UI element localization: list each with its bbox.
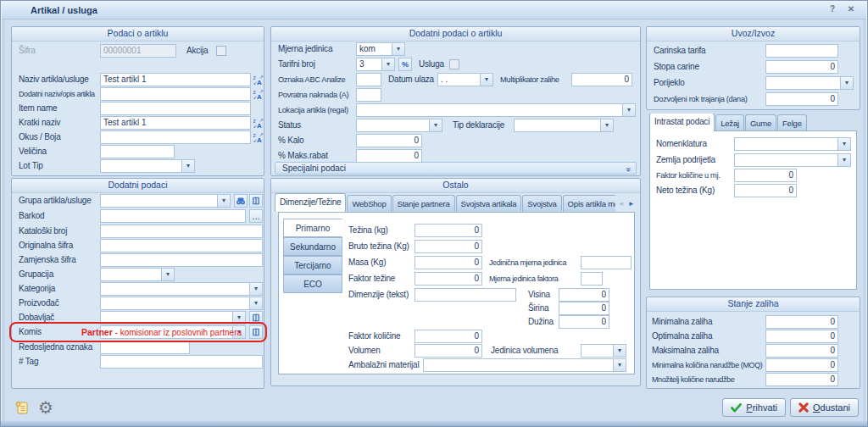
- tab-svojstva[interactable]: Svojstva: [522, 195, 561, 212]
- povratna-naknada-field[interactable]: [356, 88, 381, 102]
- subtab-primarno[interactable]: Primarno: [283, 219, 342, 237]
- kratki-naziv-field[interactable]: Test artikl 1: [100, 116, 251, 130]
- akcija-checkbox[interactable]: [216, 46, 226, 56]
- chevron-down-icon[interactable]: ▾: [600, 119, 613, 131]
- moq-field[interactable]: 0: [765, 358, 838, 372]
- jedinicna-mjerna-field[interactable]: [581, 256, 632, 269]
- chevron-down-icon[interactable]: ▾: [840, 77, 853, 89]
- optimalna-zaliha-field[interactable]: 0: [765, 330, 838, 343]
- translate-icon[interactable]: z↗A↙: [252, 116, 265, 130]
- tip-deklaracije-combo[interactable]: ▾: [514, 119, 614, 132]
- maks-rabat-field[interactable]: 0: [356, 149, 422, 163]
- ambalazni-combo[interactable]: ▾: [423, 358, 626, 372]
- accept-button[interactable]: Prihvati: [722, 398, 786, 417]
- naziv-field[interactable]: Test artikl 1: [100, 73, 251, 86]
- tab-scroll-left-icon[interactable]: ◂: [619, 199, 623, 208]
- specijalni-podaci-bar[interactable]: Specijalni podaci »: [275, 162, 637, 175]
- jedinica-volumena-combo[interactable]: ▾: [581, 344, 626, 358]
- originalna-sifra-field[interactable]: [100, 239, 263, 252]
- usluga-checkbox[interactable]: [449, 59, 459, 69]
- datum-ulaza-field[interactable]: . . ▾: [437, 73, 493, 86]
- sirina-field[interactable]: 0: [559, 302, 609, 315]
- chevron-down-icon[interactable]: ▾: [837, 154, 850, 166]
- item-name-field[interactable]: [100, 102, 251, 115]
- script-button[interactable]: [11, 396, 33, 419]
- tab-felge[interactable]: Felge: [777, 114, 807, 131]
- percent-button[interactable]: %: [398, 58, 412, 71]
- kataloski-broj-field[interactable]: [100, 225, 263, 238]
- velicina-field[interactable]: [100, 145, 175, 158]
- masa-field[interactable]: 0: [415, 256, 482, 269]
- help-icon[interactable]: ?: [826, 3, 838, 15]
- tab-opis-artikla-memo[interactable]: Opis artikla memo: [563, 195, 615, 212]
- lookup-binoculars-button[interactable]: [234, 194, 248, 208]
- chevron-down-icon[interactable]: ▾: [161, 269, 174, 280]
- mnozitelj-field[interactable]: 0: [765, 373, 838, 386]
- duzina-field[interactable]: 0: [559, 315, 609, 329]
- komis-combo[interactable]: Partner - komisionar iz poslovnih partne…: [100, 325, 246, 339]
- porijeklo-combo[interactable]: ▾: [765, 76, 854, 90]
- chevron-down-icon[interactable]: ▾: [429, 119, 442, 131]
- chevron-down-icon[interactable]: ▾: [392, 43, 404, 55]
- chevron-down-icon[interactable]: ▾: [480, 74, 492, 86]
- cancel-button[interactable]: Odustani: [790, 398, 859, 417]
- tab-intrastat-podaci[interactable]: Intrastat podaci: [649, 114, 715, 131]
- stopa-carine-field[interactable]: 0: [765, 60, 838, 74]
- chevron-down-icon[interactable]: ▾: [613, 345, 626, 357]
- chevron-down-icon[interactable]: ▾: [837, 138, 850, 150]
- tab-svojstva-artikala[interactable]: Svojstva artikala: [456, 195, 522, 212]
- tezina-field[interactable]: 0: [415, 224, 482, 237]
- tab-webshop[interactable]: WebShop: [347, 195, 391, 212]
- open-book-button[interactable]: [249, 194, 263, 208]
- proizvodac-combo[interactable]: ▾: [100, 297, 263, 310]
- multiplikator-field[interactable]: 0: [571, 73, 632, 86]
- faktor-kolicine-field[interactable]: 0: [415, 330, 482, 343]
- dimenzije-field[interactable]: [415, 288, 516, 302]
- maksimalna-zaliha-field[interactable]: 0: [765, 344, 838, 358]
- close-icon[interactable]: ✕: [845, 3, 857, 15]
- barkod-ellipsis-button[interactable]: …: [249, 209, 263, 223]
- okus-boja-field[interactable]: [100, 130, 251, 144]
- dobavljac-combo[interactable]: ▾: [100, 311, 246, 324]
- lokacija-combo[interactable]: ▾: [356, 103, 636, 117]
- tarifni-broj-combo[interactable]: 3 ▾: [356, 58, 395, 71]
- volumen-field[interactable]: 0: [415, 344, 482, 358]
- chevron-down-icon[interactable]: ▾: [249, 283, 262, 295]
- carinska-tarifa-field[interactable]: [765, 44, 838, 58]
- tab-scroll-right-icon[interactable]: ▸: [629, 199, 633, 208]
- translate-icon[interactable]: z↗A↙: [252, 87, 265, 101]
- visina-field[interactable]: 0: [559, 288, 609, 302]
- oznaka-abc-field[interactable]: [356, 73, 381, 86]
- mjerna-faktora-field[interactable]: [581, 272, 603, 286]
- chevron-down-icon[interactable]: ▾: [232, 312, 245, 324]
- grupa-combo[interactable]: ▾: [100, 194, 231, 208]
- dodatni-naziv-field[interactable]: [100, 87, 251, 101]
- chevron-down-icon[interactable]: ▾: [622, 104, 635, 116]
- faktor-kolicine-mj-field[interactable]: 0: [734, 169, 797, 182]
- zamjenska-sifra-field[interactable]: [100, 253, 263, 267]
- translate-icon[interactable]: z↗A↙: [252, 130, 265, 144]
- open-book-button[interactable]: [249, 325, 263, 339]
- nomenklatura-combo[interactable]: ▾: [734, 137, 851, 151]
- open-book-button[interactable]: [249, 311, 263, 324]
- barkod-field[interactable]: [100, 209, 246, 223]
- tab-dimenzije-tezine[interactable]: Dimenzije/Težine: [275, 193, 346, 212]
- tag-field[interactable]: [100, 355, 263, 369]
- tab-gume[interactable]: Gume: [745, 114, 776, 131]
- bruto-tezina-field[interactable]: 0: [415, 240, 482, 253]
- chevron-down-icon[interactable]: ▾: [181, 160, 194, 172]
- minimalna-zaliha-field[interactable]: 0: [765, 315, 838, 329]
- status-combo[interactable]: ▾: [356, 119, 442, 132]
- neto-tezina-field[interactable]: 0: [734, 184, 797, 197]
- translate-icon[interactable]: z↗A↙: [252, 73, 265, 86]
- zemlja-combo[interactable]: ▾: [734, 153, 851, 167]
- chevron-down-icon[interactable]: ▾: [381, 58, 394, 70]
- kategorija-combo[interactable]: ▾: [100, 282, 263, 296]
- rok-trajanja-field[interactable]: 0: [765, 92, 838, 106]
- settings-button[interactable]: ⚙: [35, 396, 57, 419]
- tab-stanje-partnera[interactable]: Stanje partnera: [392, 195, 455, 212]
- chevron-down-icon[interactable]: ▾: [613, 359, 626, 371]
- mjerna-jedinica-combo[interactable]: kom ▾: [356, 42, 405, 56]
- grupacija-combo[interactable]: ▾: [100, 268, 175, 281]
- faktor-tezine-field[interactable]: 0: [415, 272, 482, 286]
